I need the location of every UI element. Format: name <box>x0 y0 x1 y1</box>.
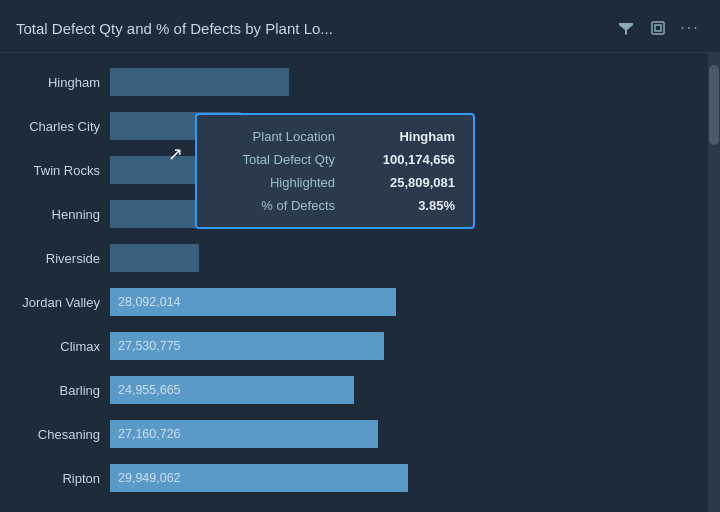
bar-track: 29,949,062 <box>110 464 706 492</box>
bar-row[interactable]: Jordan Valley28,092,014 <box>0 281 706 323</box>
bar-value-label: 27,530,775 <box>118 339 181 353</box>
bar-value-label: 27,160,726 <box>118 427 181 441</box>
filter-icon-button[interactable] <box>612 14 640 42</box>
tooltip-pct-defects-value: 3.85% <box>418 198 455 213</box>
bar-fill: 27,530,775 <box>110 332 384 360</box>
bar-track <box>110 68 706 96</box>
more-options-button[interactable]: ··· <box>676 14 704 42</box>
bar-row[interactable]: Barling24,955,665 <box>0 369 706 411</box>
bar-fill: 27,160,726 <box>110 420 378 448</box>
chart-header: Total Defect Qty and % of Defects by Pla… <box>0 0 720 53</box>
tooltip-total-defect-qty-value: 100,174,656 <box>383 152 455 167</box>
tooltip-highlighted-value: 25,809,081 <box>390 175 455 190</box>
scrollbar-thumb[interactable] <box>709 65 719 145</box>
expand-icon-button[interactable] <box>644 14 672 42</box>
bar-fill: 28,092,014 <box>110 288 396 316</box>
header-icons: ··· <box>612 14 704 42</box>
row-label: Charles City <box>0 119 110 134</box>
chart-title: Total Defect Qty and % of Defects by Pla… <box>16 20 612 37</box>
bar-track: 27,530,775 <box>110 332 706 360</box>
bar-fill <box>110 68 289 96</box>
tooltip-pct-defects: % of Defects 3.85% <box>215 198 455 213</box>
bar-row[interactable]: Chesaning27,160,726 <box>0 413 706 455</box>
scrollbar[interactable] <box>708 53 720 512</box>
bar-row[interactable]: Climax27,530,775 <box>0 325 706 367</box>
tooltip-total-defect-qty: Total Defect Qty 100,174,656 <box>215 152 455 167</box>
bar-value-label: 28,092,014 <box>118 295 181 309</box>
bar-track: 27,160,726 <box>110 420 706 448</box>
bar-fill <box>110 244 199 272</box>
tooltip-popup: Plant Location Hingham Total Defect Qty … <box>195 113 475 229</box>
bar-value-label: 24,955,665 <box>118 383 181 397</box>
row-label: Henning <box>0 207 110 222</box>
row-label: Twin Rocks <box>0 163 110 178</box>
tooltip-highlighted: Highlighted 25,809,081 <box>215 175 455 190</box>
chart-body: HinghamCharles CityTwin RocksHenningRive… <box>0 53 720 512</box>
tooltip-total-defect-qty-label: Total Defect Qty <box>215 152 335 167</box>
row-label: Hingham <box>0 75 110 90</box>
bar-track: 28,092,014 <box>110 288 706 316</box>
row-label: Barling <box>0 383 110 398</box>
bar-track: 24,955,665 <box>110 376 706 404</box>
bar-row[interactable]: Ripton29,949,062 <box>0 457 706 499</box>
tooltip-pct-defects-label: % of Defects <box>215 198 335 213</box>
tooltip-plant-location-value: Hingham <box>399 129 455 144</box>
svg-rect-0 <box>652 22 664 34</box>
row-label: Chesaning <box>0 427 110 442</box>
tooltip-highlighted-label: Highlighted <box>215 175 335 190</box>
tooltip-plant-location: Plant Location Hingham <box>215 129 455 144</box>
bar-track <box>110 244 706 272</box>
bar-value-label: 29,949,062 <box>118 471 181 485</box>
row-label: Jordan Valley <box>0 295 110 310</box>
bar-fill: 29,949,062 <box>110 464 408 492</box>
chart-container: Total Defect Qty and % of Defects by Pla… <box>0 0 720 512</box>
row-label: Ripton <box>0 471 110 486</box>
row-label: Climax <box>0 339 110 354</box>
bar-row[interactable]: Hingham <box>0 61 706 103</box>
bar-row[interactable]: Riverside <box>0 237 706 279</box>
row-label: Riverside <box>0 251 110 266</box>
tooltip-plant-location-label: Plant Location <box>215 129 335 144</box>
bar-fill: 24,955,665 <box>110 376 354 404</box>
